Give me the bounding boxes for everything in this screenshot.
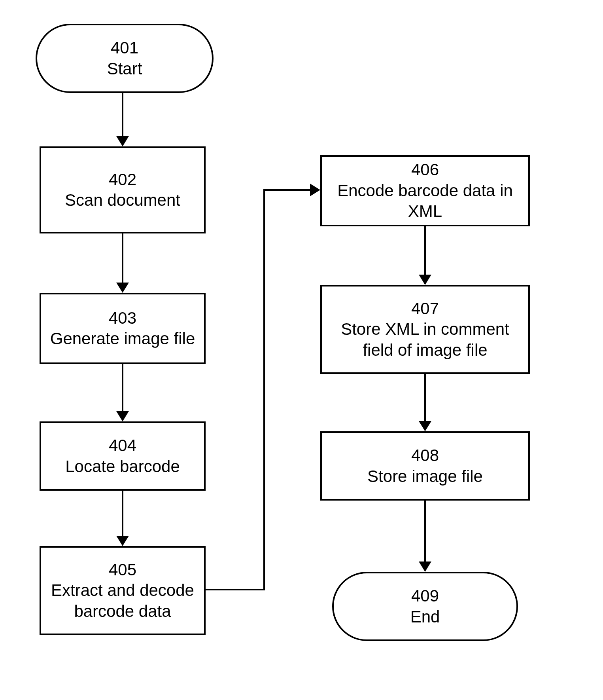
edge-403-404-arrow [116, 411, 129, 421]
edge-404-405-arrow [116, 536, 129, 546]
node-storexml-label: Store XML in comment field of image file [326, 319, 524, 360]
node-start: 401 Start [36, 24, 214, 93]
edge-407-408-arrow [419, 421, 431, 431]
edge-406-407-line [424, 226, 426, 275]
node-end: 409 End [332, 572, 518, 641]
node-storexml-num: 407 [411, 298, 439, 319]
node-scan-label: Scan document [65, 190, 180, 211]
node-storeimg-label: Store image file [367, 466, 483, 487]
edge-402-403-arrow [116, 283, 129, 293]
edge-402-403-line [122, 233, 123, 283]
node-scan-document: 402 Scan document [40, 146, 206, 233]
edge-405-406-v [263, 189, 265, 590]
node-end-label: End [410, 607, 440, 628]
node-scan-num: 402 [109, 169, 136, 190]
node-store-xml: 407 Store XML in comment field of image … [320, 285, 530, 374]
edge-405-406-h2 [263, 189, 310, 191]
node-encode-xml: 406 Encode barcode data in XML [320, 155, 530, 226]
edge-401-402-line [122, 93, 123, 137]
edge-407-408-line [424, 374, 426, 421]
node-extract-decode: 405 Extract and decode barcode data [40, 546, 206, 635]
node-locate-num: 404 [109, 435, 136, 456]
node-generate-image-file: 403 Generate image file [40, 293, 206, 364]
node-start-label: Start [107, 59, 142, 80]
node-locate-label: Locate barcode [65, 456, 180, 477]
node-store-image: 408 Store image file [320, 431, 530, 501]
node-generate-label: Generate image file [50, 328, 195, 349]
node-extract-num: 405 [109, 560, 136, 580]
edge-405-406-arrow [310, 184, 320, 196]
node-locate-barcode: 404 Locate barcode [40, 421, 206, 491]
node-start-num: 401 [111, 38, 138, 59]
node-end-num: 409 [411, 586, 439, 607]
edge-406-407-arrow [419, 275, 431, 285]
edge-408-409-line [424, 501, 426, 562]
edge-405-406-h1 [206, 589, 265, 590]
node-generate-num: 403 [109, 308, 136, 329]
edge-408-409-arrow [419, 562, 431, 572]
edge-401-402-arrow [116, 136, 129, 146]
edge-404-405-line [122, 491, 123, 536]
edge-403-404-line [122, 364, 123, 411]
node-encode-num: 406 [411, 159, 439, 180]
node-encode-label: Encode barcode data in XML [326, 180, 524, 222]
node-storeimg-num: 408 [411, 445, 439, 466]
node-extract-label: Extract and decode barcode data [45, 580, 200, 622]
